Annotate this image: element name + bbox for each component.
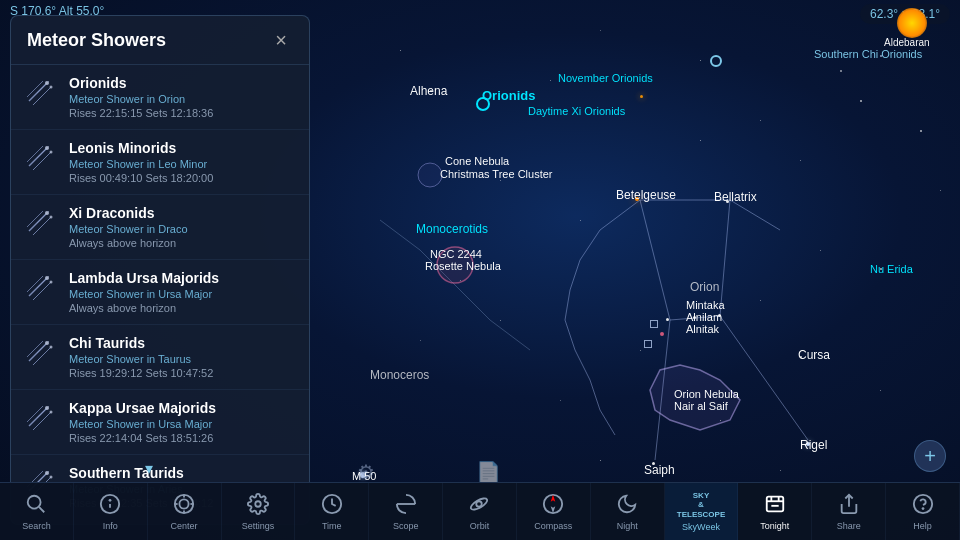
compass-icon xyxy=(542,493,564,518)
svg-point-50 xyxy=(45,341,49,345)
skyweek-label: SkyWeek xyxy=(682,522,720,532)
info-label: Info xyxy=(103,521,118,531)
nav-item-share[interactable]: Share xyxy=(812,483,886,540)
meteor-shower-icon xyxy=(25,207,57,239)
svg-line-1 xyxy=(695,316,720,318)
meteor-item[interactable]: Kappa Ursae Majorids Meteor Shower in Ur… xyxy=(11,390,309,455)
nav-item-scope[interactable]: Scope xyxy=(369,483,443,540)
svg-line-47 xyxy=(33,347,51,365)
help-icon xyxy=(912,493,934,518)
nav-item-center[interactable]: Center xyxy=(148,483,222,540)
meteor-info: Kappa Ursae Majorids Meteor Shower in Ur… xyxy=(69,400,295,444)
panel-items-list: Orionids Meteor Shower in Orion Rises 22… xyxy=(11,65,309,525)
meteor-info: Xi Draconids Meteor Shower in Draco Alwa… xyxy=(69,205,295,249)
meteor-location: Meteor Shower in Ursa Major xyxy=(69,288,295,300)
meteor-time: Always above horizon xyxy=(69,302,295,314)
meteor-name: Kappa Ursae Majorids xyxy=(69,400,295,416)
svg-line-2 xyxy=(640,200,670,320)
tonight-icon xyxy=(764,493,786,518)
time-icon xyxy=(321,493,343,518)
svg-point-27 xyxy=(50,86,53,89)
meteor-location: Meteor Shower in Orion xyxy=(69,93,295,105)
panel-header: Meteor Showers × xyxy=(11,16,309,65)
svg-line-23 xyxy=(33,87,51,105)
meteor-time: Rises 22:14:04 Sets 18:51:26 xyxy=(69,432,295,444)
scope-label: Scope xyxy=(393,521,419,531)
svg-point-45 xyxy=(50,281,53,284)
svg-point-70 xyxy=(28,495,41,508)
sky-gear-icon: ⚙ xyxy=(357,460,375,484)
meteor-name: Orionids xyxy=(69,75,295,91)
nav-item-skyweek[interactable]: SKY&TELESCOPESkyWeek xyxy=(665,483,739,540)
svg-point-81 xyxy=(255,501,261,507)
svg-point-44 xyxy=(45,276,49,280)
skyweek-icon: SKY&TELESCOPE xyxy=(677,491,725,520)
svg-line-19 xyxy=(490,320,530,350)
nav-item-compass[interactable]: Compass xyxy=(517,483,591,540)
help-label: Help xyxy=(913,521,932,531)
sky-note-icon: 📄 xyxy=(476,460,501,484)
svg-point-51 xyxy=(50,346,53,349)
aldebaran-star xyxy=(897,8,927,38)
zoom-plus-button[interactable]: + xyxy=(914,440,946,472)
meteor-shower-icon xyxy=(25,337,57,369)
nav-item-info[interactable]: Info xyxy=(74,483,148,540)
svg-point-33 xyxy=(50,151,53,154)
settings-label: Settings xyxy=(242,521,275,531)
share-icon xyxy=(838,493,860,518)
aldebaran-indicator: Aldebaran xyxy=(894,5,930,41)
compass-label: Compass xyxy=(534,521,572,531)
svg-line-3 xyxy=(720,200,730,316)
meteor-shower-icon xyxy=(25,142,57,174)
svg-line-0 xyxy=(670,318,695,320)
center-label: Center xyxy=(171,521,198,531)
panel-close-button[interactable]: × xyxy=(269,28,293,52)
meteor-item[interactable]: Lambda Ursa Majorids Meteor Shower in Ur… xyxy=(11,260,309,325)
night-icon xyxy=(616,493,638,518)
svg-point-38 xyxy=(45,211,49,215)
nav-item-tonight[interactable]: Tonight xyxy=(738,483,812,540)
svg-line-11 xyxy=(565,290,570,320)
svg-point-75 xyxy=(180,499,189,508)
time-label: Time xyxy=(322,521,342,531)
nav-item-settings[interactable]: Settings xyxy=(222,483,296,540)
nav-item-search[interactable]: Search xyxy=(0,483,74,540)
svg-line-9 xyxy=(580,230,600,260)
meteor-item[interactable]: Chi Taurids Meteor Shower in Taurus Rise… xyxy=(11,325,309,390)
search-label: Search xyxy=(22,521,51,531)
svg-point-39 xyxy=(50,216,53,219)
meteor-info: Lambda Ursa Majorids Meteor Shower in Ur… xyxy=(69,270,295,314)
nav-item-help[interactable]: Help xyxy=(886,483,960,540)
meteor-item[interactable]: Xi Draconids Meteor Shower in Draco Alwa… xyxy=(11,195,309,260)
settings-icon xyxy=(247,493,269,518)
panel-title: Meteor Showers xyxy=(27,30,166,51)
meteor-time: Rises 19:29:12 Sets 10:47:52 xyxy=(69,367,295,379)
share-label: Share xyxy=(837,521,861,531)
meteor-time: Rises 00:49:10 Sets 18:20:00 xyxy=(69,172,295,184)
meteor-item[interactable]: Leonis Minorids Meteor Shower in Leo Min… xyxy=(11,130,309,195)
orbit-label: Orbit xyxy=(470,521,490,531)
meteor-location: Meteor Shower in Taurus xyxy=(69,353,295,365)
nav-item-night[interactable]: Night xyxy=(591,483,665,540)
scope-icon xyxy=(395,493,417,518)
meteor-name: Southern Taurids xyxy=(69,465,295,481)
nav-item-orbit[interactable]: Orbit xyxy=(443,483,517,540)
svg-point-62 xyxy=(45,471,49,475)
meteor-location: Meteor Shower in Leo Minor xyxy=(69,158,295,170)
meteor-name: Xi Draconids xyxy=(69,205,295,221)
scroll-down-indicator: ▾ xyxy=(145,459,153,478)
svg-rect-89 xyxy=(767,496,784,511)
info-icon xyxy=(99,493,121,518)
svg-line-18 xyxy=(460,290,490,320)
svg-line-16 xyxy=(380,220,420,250)
nav-item-time[interactable]: Time xyxy=(295,483,369,540)
svg-point-85 xyxy=(477,501,483,507)
svg-line-5 xyxy=(600,200,640,230)
meteor-shower-icon xyxy=(25,272,57,304)
meteor-location: Meteor Shower in Draco xyxy=(69,223,295,235)
meteor-item[interactable]: Orionids Meteor Shower in Orion Rises 22… xyxy=(11,65,309,130)
meteor-name: Lambda Ursa Majorids xyxy=(69,270,295,286)
svg-line-41 xyxy=(33,282,51,300)
meteor-info: Leonis Minorids Meteor Shower in Leo Min… xyxy=(69,140,295,184)
meteor-time: Always above horizon xyxy=(69,237,295,249)
